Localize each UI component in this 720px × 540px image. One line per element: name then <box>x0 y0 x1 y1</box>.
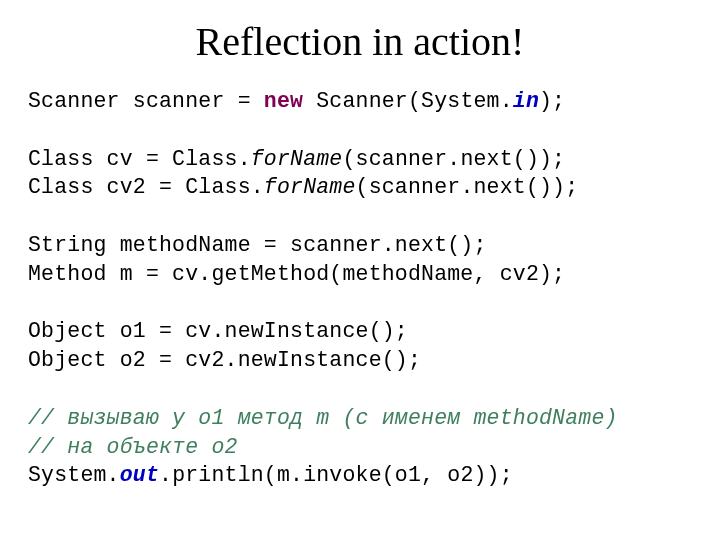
code-text: ); <box>539 89 565 113</box>
code-text: (scanner.next()); <box>342 147 565 171</box>
keyword-new: new <box>264 89 303 113</box>
code-text: String methodName = scanner.next(); <box>28 233 487 257</box>
slide-title: Reflection in action! <box>28 18 692 65</box>
code-comment: // на объекте o2 <box>28 435 238 459</box>
code-text: Scanner scanner = <box>28 89 264 113</box>
code-text: (scanner.next()); <box>356 175 579 199</box>
code-text: Class cv = Class. <box>28 147 251 171</box>
static-method-forname: forName <box>264 175 356 199</box>
code-block: Scanner scanner = new Scanner(System.in)… <box>28 87 692 490</box>
static-field-out: out <box>120 463 159 487</box>
code-text: .println(m.invoke(o1, o2)); <box>159 463 513 487</box>
code-comment: // вызываю у o1 метод m (с именем method… <box>28 406 618 430</box>
static-method-forname: forName <box>251 147 343 171</box>
code-text: Method m = cv.getMethod(methodName, cv2)… <box>28 262 565 286</box>
code-text: Scanner(System. <box>303 89 513 113</box>
code-text: Object o2 = cv2.newInstance(); <box>28 348 421 372</box>
static-field-in: in <box>513 89 539 113</box>
code-text: Class cv2 = Class. <box>28 175 264 199</box>
code-text: System. <box>28 463 120 487</box>
code-text: Object o1 = cv.newInstance(); <box>28 319 408 343</box>
slide: Reflection in action! Scanner scanner = … <box>0 0 720 540</box>
